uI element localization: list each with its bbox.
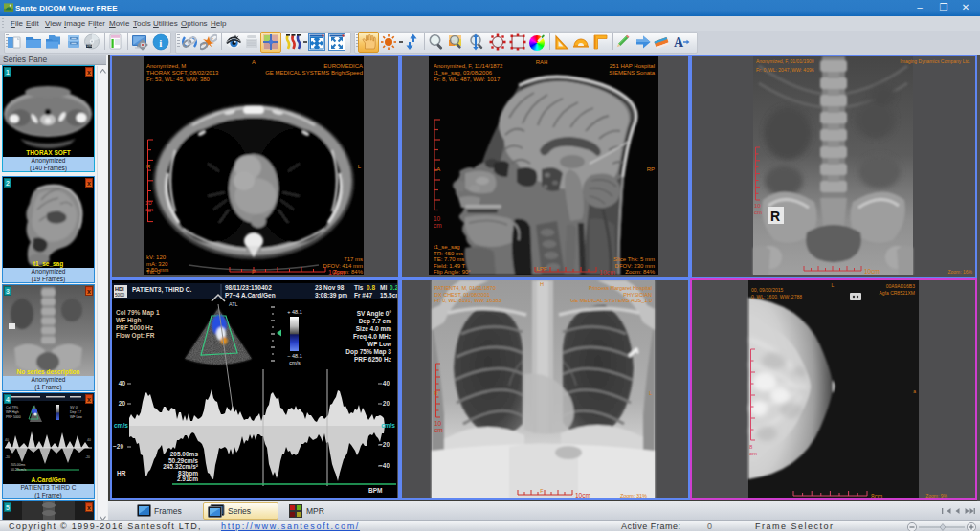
- svg-text:2.91cm: 2.91cm: [177, 476, 198, 482]
- svg-text:Col 79% Map 1: Col 79% Map 1: [116, 309, 160, 317]
- svg-text:TR: 450 ms: TR: 450 ms: [434, 251, 463, 256]
- svg-text:H: H: [540, 281, 544, 287]
- svg-text:RAH: RAH: [536, 59, 548, 65]
- svg-text:00, 09/30/2015: 00, 09/30/2015: [751, 287, 784, 293]
- svg-text:10: 10: [434, 420, 442, 427]
- svg-text:8cm: 8cm: [871, 493, 882, 498]
- svg-text:Fr: 0, WL: 2047, WW: 4096: Fr: 0, WL: 2047, WW: 4096: [756, 67, 814, 73]
- svg-text:Dep 7.7 cm: Dep 7.7 cm: [359, 318, 392, 325]
- svg-text:A: A: [674, 35, 684, 50]
- svg-text:− 48.1: − 48.1: [287, 353, 301, 359]
- svg-text:50.29cm/s: 50.29cm/s: [11, 468, 26, 472]
- svg-text:251 HAP Hospital: 251 HAP Hospital: [610, 63, 655, 69]
- svg-text:GE MEDICAL SYSTEMS BrightSpeed: GE MEDICAL SYSTEMS BrightSpeed: [265, 70, 363, 76]
- svg-text:PHYSICIAN: PHYSICIAN: [623, 292, 652, 298]
- svg-text:Princess Margaret Hospital: Princess Margaret Hospital: [589, 285, 652, 291]
- svg-text:cm/s: cm/s: [114, 422, 128, 429]
- svg-text:Slice Thk: 5 mm: Slice Thk: 5 mm: [613, 256, 655, 262]
- svg-text:Col 79%: Col 79%: [6, 406, 18, 409]
- svg-text:WF High: WF High: [6, 410, 19, 414]
- svg-text:WF Low: WF Low: [368, 341, 392, 347]
- svg-text:15.5cm: 15.5cm: [380, 292, 397, 299]
- svg-text:10: 10: [754, 203, 761, 209]
- svg-text:Zoom: 31%: Zoom: 31%: [620, 493, 647, 498]
- svg-text:P7−4 A.Card/Gen: P7−4 A.Card/Gen: [225, 292, 276, 299]
- svg-text:Field: 1.49 T: Field: 1.49 T: [434, 263, 466, 269]
- svg-text:PRF 5000 Hz: PRF 5000 Hz: [116, 324, 154, 331]
- svg-text:Dop 75% Map 3: Dop 75% Map 3: [345, 348, 391, 356]
- svg-text:-20: -20: [85, 455, 90, 459]
- svg-text:cm/s: cm/s: [381, 422, 395, 429]
- svg-text:WF Low: WF Low: [70, 415, 82, 419]
- svg-text:DVD: DVD: [87, 44, 93, 48]
- svg-text:R: R: [146, 164, 151, 169]
- svg-text:Dep 7.7: Dep 7.7: [70, 410, 81, 414]
- svg-text:cm: cm: [145, 207, 153, 212]
- svg-text:Anonymized, M: Anonymized, M: [146, 63, 186, 69]
- svg-text:23 Nov 98: 23 Nov 98: [315, 284, 345, 291]
- svg-text:Fr #47: Fr #47: [354, 292, 373, 299]
- svg-text:10cm: 10cm: [599, 269, 615, 275]
- svg-text:cm: cm: [434, 427, 443, 433]
- svg-text:00A9AD16B3: 00A9AD16B3: [886, 283, 916, 289]
- svg-text:TE: 7.70 ms: TE: 7.70 ms: [434, 256, 464, 262]
- svg-text:98/11/23:150402: 98/11/23:150402: [225, 284, 272, 291]
- svg-text:0.8: 0.8: [367, 284, 375, 291]
- svg-text:L: L: [832, 282, 835, 288]
- svg-text:Imaging Dynamics Company Ltd.: Imaging Dynamics Company Ltd.: [900, 58, 970, 64]
- svg-text:HDI: HDI: [115, 286, 124, 292]
- svg-text:10: 10: [145, 200, 152, 206]
- svg-text:DX CHEST, 01/08/2001: DX CHEST, 01/08/2001: [434, 292, 490, 298]
- svg-text:cm: cm: [749, 451, 757, 456]
- svg-text:40: 40: [87, 438, 91, 442]
- svg-text:RP: RP: [647, 166, 655, 172]
- svg-text:BPM: BPM: [368, 487, 382, 494]
- svg-text:cm/s: cm/s: [289, 360, 301, 365]
- svg-text:ATL: ATL: [229, 301, 238, 307]
- svg-text:0, WL: 1600, WW: 2788: 0, WL: 1600, WW: 2788: [751, 294, 802, 299]
- svg-text:Agfa CR8521XM: Agfa CR8521XM: [879, 290, 915, 296]
- svg-text:Fr: 0, WL: 8191, WW: 16383: Fr: 0, WL: 8191, WW: 16383: [434, 298, 501, 303]
- svg-text:40: 40: [119, 380, 126, 387]
- svg-text:10cm: 10cm: [328, 269, 345, 275]
- svg-text:20: 20: [383, 400, 390, 407]
- svg-text:20: 20: [119, 400, 126, 407]
- svg-text:Anonymized, F, 01/01/1900: Anonymized, F, 01/01/1900: [756, 58, 814, 64]
- svg-text:PATIENT4, M, 01/01/1870: PATIENT4, M, 01/01/1870: [434, 285, 496, 291]
- svg-text:Fr: 53, WL: 45, WW: 380: Fr: 53, WL: 45, WW: 380: [146, 77, 211, 82]
- svg-text:3:08:39 pm: 3:08:39 pm: [315, 292, 347, 299]
- svg-text:GE MEDICAL SYSTEMS ADS_1.0: GE MEDICAL SYSTEMS ADS_1.0: [570, 298, 652, 303]
- svg-text:SV Angle 0°: SV Angle 0°: [357, 310, 392, 318]
- svg-text:Flip Angle: 90°: Flip Angle: 90°: [434, 269, 471, 275]
- svg-text:DFOV: 230 mm: DFOV: 230 mm: [615, 263, 655, 269]
- svg-text:Zoom: 16%: Zoom: 16%: [947, 269, 972, 275]
- svg-text:Size 4.0 mm: Size 4.0 mm: [356, 325, 391, 332]
- svg-text:40: 40: [383, 380, 390, 387]
- svg-text:10cm: 10cm: [575, 492, 590, 498]
- svg-text:i: i: [159, 37, 162, 49]
- svg-text:+ 48.1: + 48.1: [287, 309, 301, 315]
- svg-text:Fr: 8, WL: 487, WW: 1017: Fr: 8, WL: 487, WW: 1017: [434, 77, 501, 82]
- svg-text:A: A: [252, 59, 256, 65]
- svg-text:Tilt: 0: Tilt: 0: [146, 269, 161, 275]
- svg-text:10cm: 10cm: [864, 268, 880, 275]
- svg-text:Flow Opt: FR: Flow Opt: FR: [116, 332, 155, 340]
- svg-text:Freq 4.0 MHz: Freq 4.0 MHz: [353, 333, 392, 341]
- svg-text:mA: 320: mA: 320: [146, 261, 168, 267]
- svg-text:0.2: 0.2: [390, 284, 397, 291]
- svg-text:SV 0°: SV 0°: [70, 406, 79, 409]
- svg-text:5000: 5000: [115, 293, 125, 298]
- svg-text:Anonymized, F, 11/14/1872: Anonymized, F, 11/14/1872: [434, 63, 503, 69]
- svg-text:PRF 5000: PRF 5000: [6, 415, 21, 419]
- svg-text:SIEMENS Sonata: SIEMENS Sonata: [609, 70, 655, 76]
- svg-text:L: L: [649, 390, 652, 396]
- svg-text:t1_se_sag: t1_se_sag: [434, 244, 460, 250]
- svg-text:Zoom: 84%: Zoom: 84%: [625, 269, 655, 275]
- svg-text:PATIENT3, THIRD C.: PATIENT3, THIRD C.: [132, 286, 191, 294]
- svg-text:-20: -20: [5, 455, 10, 459]
- svg-text:PRF 6250 Hz: PRF 6250 Hz: [354, 356, 392, 363]
- svg-text:LPF: LPF: [536, 266, 546, 272]
- svg-text:t1_se_sag, 03/08/2006: t1_se_sag, 03/08/2006: [434, 70, 493, 76]
- svg-text:10: 10: [434, 215, 441, 222]
- svg-text:a: a: [913, 388, 916, 394]
